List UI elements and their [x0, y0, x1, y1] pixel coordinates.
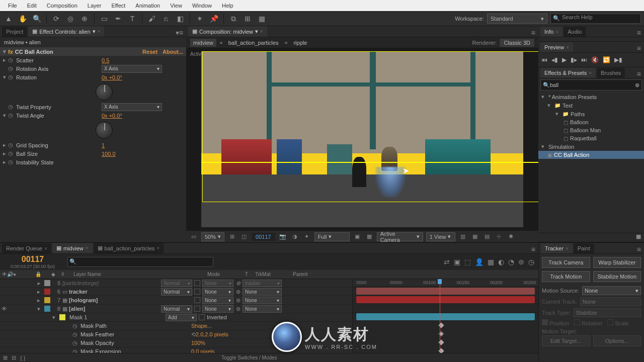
- twist-dial[interactable]: [96, 122, 113, 139]
- effect-controls-tab[interactable]: ▦Effect Controls: alien▾×: [28, 26, 104, 37]
- safe-zone-icon[interactable]: ⊞: [227, 232, 236, 241]
- tl-3d-icon[interactable]: ⬚: [464, 258, 471, 266]
- flowchart-icon[interactable]: ⊹: [495, 232, 504, 241]
- pan-behind-tool-icon[interactable]: ⊕: [79, 13, 90, 24]
- first-frame-icon[interactable]: ⏮: [541, 56, 547, 63]
- roi-icon[interactable]: ▣: [353, 232, 362, 241]
- timeline-midview-tab[interactable]: ▦midview×: [52, 243, 93, 253]
- tl-shy-icon[interactable]: 👤: [475, 258, 484, 266]
- mask-toggle-icon[interactable]: ◫: [239, 232, 249, 241]
- ep-menu-icon[interactable]: ≡: [637, 70, 644, 78]
- menu-edit[interactable]: Edit: [22, 1, 42, 10]
- stabilize-motion-button[interactable]: Stabilize Motion: [593, 271, 641, 282]
- transparency-icon[interactable]: ▩: [365, 232, 374, 241]
- prev-frame-icon[interactable]: ◂▮: [551, 56, 558, 63]
- selection-tool-icon[interactable]: ▲: [3, 13, 14, 24]
- timeline-frame-display[interactable]: 00117: [0, 255, 65, 264]
- composition-tab[interactable]: ▦Composition: midview▾×: [188, 26, 267, 37]
- tree-text[interactable]: ▾📁Text: [538, 101, 644, 110]
- fast-preview-icon[interactable]: ▦: [470, 232, 479, 241]
- parent-dropdown[interactable]: None▾: [243, 288, 282, 296]
- pen-tool-icon[interactable]: ✒: [113, 13, 124, 24]
- pixel-aspect-icon[interactable]: ▥: [458, 232, 467, 241]
- timeline-track-area[interactable]: 0000 00050 00100 00150 00200 00250: [352, 279, 538, 362]
- audio-tab[interactable]: Audio: [564, 27, 586, 37]
- trkmat-dropdown[interactable]: None▾: [202, 305, 233, 313]
- layer-row-alien[interactable]: 👁▾8 ▦ [alien] Normal▾ None▾⊚ None▾: [0, 305, 352, 313]
- tree-raquetball[interactable]: ▢Raquetball: [538, 134, 644, 142]
- brackets-icon[interactable]: { }: [20, 355, 25, 361]
- tree-paths[interactable]: ▾📁Paths: [538, 110, 644, 118]
- comp-panel-menu-icon[interactable]: ≡: [531, 29, 538, 37]
- mask-row[interactable]: ▾ Mask 1 Add▾ Inverted: [0, 313, 352, 322]
- clear-search-icon[interactable]: ⊗: [635, 82, 639, 88]
- zoom-tool-icon[interactable]: 🔍: [31, 13, 42, 24]
- hand-tool-icon[interactable]: ✋: [17, 13, 28, 24]
- mask-opacity-row[interactable]: ◷Mask Opacity100%: [0, 339, 352, 347]
- playhead[interactable]: [440, 279, 440, 362]
- mask-feather-row[interactable]: ◷Mask Feather⟲ 2.0,2.0 pixels: [0, 330, 352, 339]
- camera-tool-icon[interactable]: ◎: [65, 13, 76, 24]
- preview-tab[interactable]: Preview×: [540, 42, 573, 52]
- mode-dropdown[interactable]: Normal▾: [161, 305, 192, 313]
- search-help-input[interactable]: Search Help: [550, 14, 641, 24]
- ram-preview-icon[interactable]: ▶▮: [614, 56, 622, 63]
- menu-window[interactable]: Window: [187, 1, 217, 10]
- paint-tab[interactable]: Paint: [574, 243, 594, 253]
- toggle-switches-button[interactable]: Toggle Switches / Modes: [221, 355, 277, 360]
- preview-menu-icon[interactable]: ≡: [637, 44, 644, 52]
- tree-balloon[interactable]: ▢Balloon: [538, 118, 644, 126]
- mute-icon[interactable]: 🔇: [591, 56, 599, 63]
- puppet-tool-icon[interactable]: 📌: [208, 13, 219, 24]
- layer-row-cutoff[interactable]: ▸5 [particlestorge] Normal▾ None▾⊚ track…: [0, 279, 352, 288]
- mask-mode-dropdown[interactable]: Add▾: [166, 314, 197, 321]
- info-tab[interactable]: Info×: [540, 27, 562, 37]
- parent-dropdown[interactable]: None▾: [243, 297, 282, 304]
- workspace-dropdown[interactable]: Standard▾: [487, 14, 547, 24]
- layer-row-tracker[interactable]: ▸6 ▭ tracker Normal▾ None▾⊚ None▾: [0, 288, 352, 296]
- prop-twist-property-dropdown[interactable]: X Axis▾: [102, 103, 162, 111]
- tl-menu-icon[interactable]: ≡: [531, 245, 538, 253]
- parent-dropdown[interactable]: None▾: [243, 305, 282, 313]
- render-queue-tab[interactable]: Render Queue×: [2, 243, 51, 253]
- track-motion-button[interactable]: Track Motion: [542, 271, 590, 282]
- prop-scatter-value[interactable]: 0.5: [102, 57, 109, 63]
- crumb-midview[interactable]: midview: [190, 39, 216, 47]
- trkmat-dropdown[interactable]: None▾: [202, 297, 233, 304]
- text-tool-icon[interactable]: T: [127, 13, 138, 24]
- roto-tool-icon[interactable]: ✶: [194, 13, 205, 24]
- renderer-value[interactable]: Classic 3D: [500, 39, 534, 47]
- track-camera-button[interactable]: Track Camera: [542, 257, 590, 268]
- snap-2-icon[interactable]: ⊞: [242, 13, 253, 24]
- view-count-dropdown[interactable]: 1 View▾: [426, 232, 455, 241]
- tl-comp-mini-icon[interactable]: ⇄: [444, 258, 450, 266]
- mode-dropdown[interactable]: Normal▾: [161, 288, 192, 296]
- effect-reset-button[interactable]: Reset: [142, 49, 157, 55]
- tree-balloon-man[interactable]: ▢Balloon Man: [538, 126, 644, 134]
- brushes-tab[interactable]: Brushes: [597, 68, 625, 78]
- trkmat-dropdown[interactable]: None▾: [202, 288, 233, 296]
- effect-about-button[interactable]: About...: [163, 49, 183, 55]
- menu-composition[interactable]: Composition: [42, 1, 83, 10]
- tl-draft-3d-icon[interactable]: ▣: [454, 258, 460, 266]
- tl-motion-blur-icon[interactable]: ◐: [498, 258, 504, 266]
- prop-twist-angle-value[interactable]: 0x +0.0°: [102, 113, 122, 119]
- eraser-tool-icon[interactable]: ◧: [175, 13, 186, 24]
- layer-row-hologram[interactable]: ▸7 ▦ [hologram] None▾⊚ None▾: [0, 296, 352, 305]
- tree-simulation[interactable]: ▾Simulation: [538, 142, 644, 151]
- next-frame-icon[interactable]: ▮▸: [571, 56, 577, 63]
- toggle-switches-icon2[interactable]: ⊟: [12, 354, 16, 361]
- tree-animation-presets[interactable]: ▾* Animation Presets: [538, 93, 644, 101]
- prop-ball-size-value[interactable]: 100.0: [102, 151, 116, 157]
- prop-rotation-axis-dropdown[interactable]: X Axis▾: [102, 65, 162, 73]
- channel-icon[interactable]: ◑: [290, 232, 299, 241]
- info-menu-icon[interactable]: ≡: [637, 29, 644, 37]
- menu-file[interactable]: File: [3, 1, 22, 10]
- menu-layer[interactable]: Layer: [83, 1, 107, 10]
- tl-frame-blend-icon[interactable]: ▦: [488, 258, 494, 266]
- effect-header[interactable]: ▾fxCC Ball Action Reset About...: [0, 47, 186, 56]
- timeline-ball-action-tab[interactable]: ▦ball_action_particles×: [94, 243, 164, 253]
- menu-effect[interactable]: Effect: [106, 1, 130, 10]
- tl-brainstorm-icon[interactable]: ⊚: [518, 258, 524, 266]
- snapshot-icon[interactable]: 📷: [278, 232, 287, 241]
